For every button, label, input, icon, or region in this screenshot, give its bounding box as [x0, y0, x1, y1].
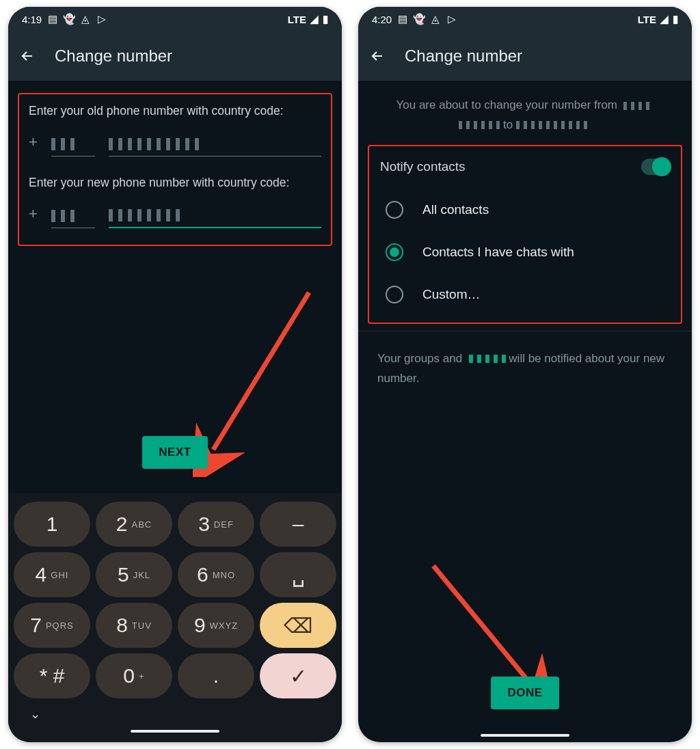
notif-icon: ▤	[47, 14, 58, 25]
key-8[interactable]: 8TUV	[96, 603, 172, 648]
old-country-code-input[interactable]	[51, 133, 95, 156]
old-number-label: Enter your old phone number with country…	[29, 104, 321, 118]
key-✓[interactable]: ✓	[260, 653, 336, 698]
svg-line-0	[213, 292, 309, 450]
notif-icon: ▤	[397, 14, 408, 25]
numeric-keypad: 12ABC3DEF–4GHI5JKL6MNO␣7PQRS8TUV9WXYZ⌫* …	[8, 493, 342, 742]
input-highlight-box: Enter your old phone number with country…	[18, 93, 332, 246]
ps-icon: ◬	[430, 14, 441, 25]
notify-option-1[interactable]: Contacts I have chats with	[380, 231, 670, 273]
page-title: Change number	[405, 46, 522, 66]
notify-option-0[interactable]: All contacts	[380, 189, 670, 231]
radio-label: All contacts	[422, 202, 489, 217]
key-7[interactable]: 7PQRS	[14, 603, 90, 648]
play-icon: ▷	[96, 14, 107, 25]
key-3[interactable]: 3DEF	[178, 502, 254, 547]
plus-prefix: +	[29, 133, 38, 151]
old-phone-input[interactable]	[109, 133, 321, 156]
radio-icon	[386, 286, 403, 303]
page-title: Change number	[55, 46, 172, 66]
radio-label: Contacts I have chats with	[422, 245, 574, 260]
screenshot-right: 4:20 ▤ 👻 ◬ ▷ LTE ◢ ▮ Change number You a…	[358, 7, 692, 742]
signal-icon: ◢	[660, 13, 669, 25]
nav-handle[interactable]	[131, 730, 219, 733]
signal-icon: ◢	[310, 13, 319, 25]
radio-icon	[386, 243, 403, 261]
notify-contacts-label: Notify contacts	[380, 159, 466, 174]
radio-icon	[386, 201, 403, 219]
key-6[interactable]: 6MNO	[178, 552, 254, 597]
status-bar: 4:19 ▤ 👻 ◬ ▷ LTE ◢ ▮	[8, 7, 342, 31]
battery-icon: ▮	[323, 13, 328, 25]
ps-icon: ◬	[80, 14, 91, 25]
plus-prefix: +	[29, 205, 38, 223]
status-time: 4:19	[22, 14, 42, 25]
key-0[interactable]: 0+	[96, 653, 172, 698]
key-2[interactable]: 2ABC	[96, 502, 172, 547]
key-.[interactable]: .	[178, 653, 254, 698]
notify-toggle[interactable]	[641, 159, 670, 175]
key-⌫[interactable]: ⌫	[260, 603, 336, 648]
appbar: Change number	[8, 31, 342, 81]
status-time: 4:20	[372, 14, 392, 25]
key-* #[interactable]: * #	[14, 653, 90, 698]
network-label: LTE	[638, 14, 656, 25]
done-button[interactable]: DONE	[491, 677, 558, 709]
notify-highlight-box: Notify contacts All contactsContacts I h…	[368, 145, 682, 324]
snapchat-icon: 👻	[64, 14, 75, 25]
next-button[interactable]: NEXT	[142, 436, 207, 469]
change-info-text: You are about to change your number from…	[358, 81, 692, 141]
key-4[interactable]: 4GHI	[14, 552, 90, 597]
new-number-label: Enter your new phone number with country…	[29, 176, 321, 190]
radio-label: Custom…	[422, 287, 480, 302]
key-␣[interactable]: ␣	[260, 552, 336, 597]
network-label: LTE	[288, 14, 306, 25]
snapchat-icon: 👻	[414, 14, 425, 25]
key-5[interactable]: 5JKL	[96, 552, 172, 597]
key-–[interactable]: –	[260, 502, 336, 547]
groups-notify-text: Your groups and will be notified about y…	[358, 331, 692, 407]
key-9[interactable]: 9WXYZ	[178, 603, 254, 648]
status-bar: 4:20 ▤ 👻 ◬ ▷ LTE ◢ ▮	[358, 7, 692, 31]
svg-line-1	[433, 566, 529, 682]
battery-icon: ▮	[673, 13, 678, 25]
keyboard-collapse[interactable]: ⌄	[14, 704, 336, 724]
new-country-code-input[interactable]	[51, 205, 95, 228]
screenshot-left: 4:19 ▤ 👻 ◬ ▷ LTE ◢ ▮ Change number Enter…	[8, 7, 342, 742]
nav-handle[interactable]	[358, 734, 692, 737]
play-icon: ▷	[446, 14, 457, 25]
key-1[interactable]: 1	[14, 502, 90, 547]
back-button[interactable]	[16, 45, 38, 67]
notify-option-2[interactable]: Custom…	[380, 273, 670, 316]
back-button[interactable]	[366, 45, 388, 67]
appbar: Change number	[358, 31, 692, 81]
new-phone-input[interactable]	[109, 205, 321, 228]
